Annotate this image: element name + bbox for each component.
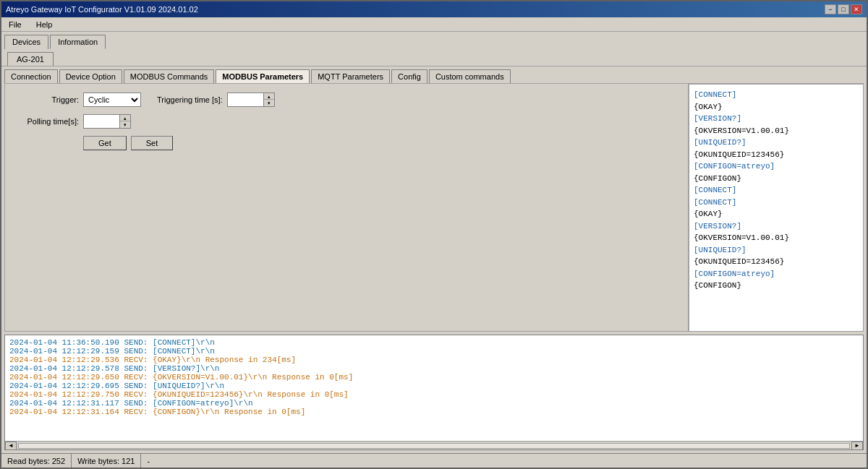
tab-connection[interactable]: Connection [4,69,58,83]
log-hscroll[interactable]: ◄ ► [5,441,863,449]
left-main: Connection Device Option MODBUS Commands… [1,66,867,453]
triggering-time-label: Triggering time [s]: [157,95,223,104]
right-log-line: {CONFIGON} [694,280,859,292]
status-extra: - [141,454,867,468]
scroll-left-btn[interactable]: ◄ [5,442,17,450]
right-log-line: {OKAY} [694,208,859,220]
log-entry: 2024-01-04 12:12:29.695 SEND: [UNIQUEID?… [9,382,859,390]
tab-information[interactable]: Information [50,35,106,49]
window-controls: − □ ✕ [825,4,862,14]
tab-devices[interactable]: Devices [4,35,48,49]
scroll-right-btn[interactable]: ► [851,442,863,450]
restore-button[interactable]: □ [838,4,849,14]
right-log-line: [VERSION?] [694,113,859,125]
read-bytes: Read bytes: 252 [1,454,72,468]
right-log-line: {OKAY} [694,101,859,113]
log-entry: 2024-01-04 12:12:29.159 SEND: [CONNECT]\… [9,347,859,356]
right-log-line: {OKVERSION=V1.00.01} [694,125,859,137]
right-log-line: {OKVERSION=V1.00.01} [694,232,859,244]
log-entry: 2024-01-04 12:12:29.750 RECV: {OKUNIQUEI… [9,390,859,399]
right-log-line: {CONFIGON} [694,173,859,185]
log-entry: 2024-01-04 12:12:31.117 SEND: [CONFIGON=… [9,399,859,408]
log-entry: 2024-01-04 12:12:31.164 RECV: {CONFIGON}… [9,408,859,416]
triggering-time-up[interactable]: ▴ [264,93,274,100]
write-bytes: Write bytes: 121 [72,454,141,468]
menu-help[interactable]: Help [32,19,57,30]
log-section: 2024-01-04 11:36:50.190 SEND: [CONNECT]\… [4,335,864,450]
trigger-label: Trigger: [14,95,79,104]
hscroll-track[interactable] [18,443,850,449]
log-scroll[interactable]: 2024-01-04 11:36:50.190 SEND: [CONNECT]\… [5,335,863,441]
right-log-line: [CONNECT] [694,197,859,209]
set-button[interactable]: Set [131,136,174,150]
tab-modbus-commands[interactable]: MODBUS Commands [124,69,215,83]
close-button[interactable]: ✕ [851,4,862,14]
menu-file[interactable]: File [4,19,26,30]
action-buttons-row: Get Set [14,136,679,150]
top-tab-bar: Devices Information [1,32,867,49]
log-entry: 2024-01-04 12:12:29.536 RECV: {OKAY}\r\n… [9,356,859,364]
right-log-line: [UNIQUEID?] [694,244,859,257]
right-log-line: [CONFIGON=atreyo] [694,268,859,280]
status-bar: Read bytes: 252 Write bytes: 121 - [1,453,867,468]
right-log-content: [CONNECT]{OKAY}[VERSION?]{OKVERSION=V1.0… [694,89,859,292]
triggering-time-spinner: 0 ▴ ▾ [227,92,275,107]
app-title: Atreyo Gateway IoT Configurator V1.01.09… [6,5,198,14]
device-tab-bar: AG-201 [7,49,864,66]
log-entry: 2024-01-04 12:12:29.650 RECV: {OKVERSION… [9,373,859,382]
form-panel: Trigger: Cyclic Event Manual Triggering … [5,84,688,331]
tab-device-option[interactable]: Device Option [59,69,122,83]
right-log-panel: [CONNECT]{OKAY}[VERSION?]{OKVERSION=V1.0… [688,84,863,331]
tab-modbus-parameters[interactable]: MODBUS Parameters [216,69,310,83]
right-log-line: {OKUNIQUEID=123456} [694,256,859,268]
log-entry: 2024-01-04 11:36:50.190 SEND: [CONNECT]\… [9,338,859,347]
triggering-time-input[interactable]: 0 [227,92,263,107]
polling-time-down[interactable]: ▾ [120,121,130,128]
tab-config[interactable]: Config [391,69,427,83]
polling-time-row: Polling time[s]: 60 ▴ ▾ [14,114,679,129]
trigger-select[interactable]: Cyclic Event Manual [83,92,141,107]
tab-mqtt-parameters[interactable]: MQTT Parameters [311,69,390,83]
main-area: Connection Device Option MODBUS Commands… [1,66,867,453]
minimize-button[interactable]: − [825,4,836,14]
tab-custom-commands[interactable]: Custom commands [429,69,511,83]
polling-time-spinner: 60 ▴ ▾ [83,114,131,129]
menu-bar: File Help [1,17,867,32]
get-button[interactable]: Get [83,136,127,150]
sub-tab-bar: Connection Device Option MODBUS Commands… [1,66,867,83]
trigger-row: Trigger: Cyclic Event Manual Triggering … [14,92,679,107]
right-log-line: [CONFIGON=atreyo] [694,160,859,173]
title-bar: Atreyo Gateway IoT Configurator V1.01.09… [1,1,867,17]
log-entry: 2024-01-04 12:12:29.578 SEND: [VERSION?]… [9,364,859,373]
right-log-line: [UNIQUEID?] [694,137,859,149]
polling-time-up[interactable]: ▴ [120,115,130,121]
right-log-line: [CONNECT] [694,184,859,197]
right-log-line: [CONNECT] [694,89,859,101]
triggering-time-down[interactable]: ▾ [264,100,274,106]
right-log-line: [VERSION?] [694,220,859,233]
right-log-line: {OKUNIQUEID=123456} [694,149,859,161]
polling-time-label: Polling time[s]: [14,117,79,126]
polling-time-input[interactable]: 60 [83,114,119,129]
device-tab-ag201[interactable]: AG-201 [7,52,54,66]
